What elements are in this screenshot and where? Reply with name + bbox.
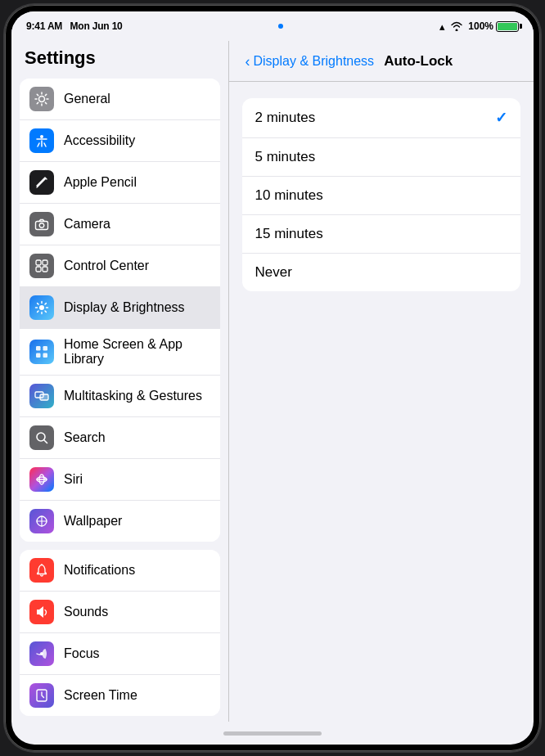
search-icon xyxy=(29,425,54,450)
apple-pencil-icon xyxy=(29,170,54,195)
display-brightness-label: Display & Brightness xyxy=(64,300,185,315)
svg-rect-14 xyxy=(40,394,48,400)
option-10min-label: 10 minutes xyxy=(255,187,323,204)
sounds-label: Sounds xyxy=(64,605,108,619)
svg-point-1 xyxy=(40,135,43,138)
screen-time-label: Screen Time xyxy=(64,688,137,703)
sidebar-item-control-center[interactable]: Control Center xyxy=(20,245,220,287)
battery-level: 100% xyxy=(468,20,493,32)
right-panel: ‹ Display & Brightness Auto-Lock 2 minut… xyxy=(229,41,534,722)
general-icon xyxy=(29,87,54,111)
camera-icon xyxy=(29,212,54,236)
home-indicator xyxy=(11,722,534,745)
home-screen-label: Home Screen & App Library xyxy=(64,337,210,367)
option-never[interactable]: Never xyxy=(242,254,521,291)
svg-point-8 xyxy=(39,305,44,310)
general-label: General xyxy=(64,92,110,106)
nav-title: Auto-Lock xyxy=(384,53,453,70)
home-screen-icon xyxy=(29,340,54,364)
sidebar-group-1: General Accessibility xyxy=(20,79,220,542)
status-time: 9:41 AM xyxy=(26,20,62,32)
option-15min[interactable]: 15 minutes xyxy=(242,215,521,254)
svg-rect-12 xyxy=(43,353,48,358)
svg-rect-6 xyxy=(36,267,41,272)
siri-label: Siri xyxy=(64,472,83,487)
sidebar-item-accessibility[interactable]: Accessibility xyxy=(20,120,220,162)
battery-indicator: 100% xyxy=(468,20,519,32)
status-right: ▴︎ 100% xyxy=(439,20,519,33)
option-2min-checkmark: ✓ xyxy=(495,109,507,127)
wallpaper-icon xyxy=(29,509,54,533)
sidebar-item-screen-time[interactable]: Screen Time xyxy=(20,675,220,716)
sidebar-item-wallpaper[interactable]: Wallpaper xyxy=(20,501,220,542)
svg-rect-11 xyxy=(36,353,41,358)
main-content: Settings General xyxy=(11,41,534,722)
sidebar-item-search[interactable]: Search xyxy=(20,417,220,459)
status-center-dot xyxy=(278,24,283,29)
siri-icon xyxy=(29,467,54,492)
sidebar-item-display-brightness[interactable]: Display & Brightness xyxy=(20,287,220,329)
svg-point-18 xyxy=(41,565,43,566)
battery-fill xyxy=(498,23,517,30)
back-button[interactable]: ‹ Display & Brightness xyxy=(245,54,375,69)
svg-point-3 xyxy=(39,223,44,228)
control-center-label: Control Center xyxy=(64,259,149,273)
wifi-icon-svg xyxy=(450,21,463,31)
svg-rect-4 xyxy=(36,260,41,265)
back-label: Display & Brightness xyxy=(254,54,375,69)
sidebar-item-multitasking[interactable]: Multitasking & Gestures xyxy=(20,376,220,417)
option-2min[interactable]: 2 minutes ✓ xyxy=(242,98,521,138)
notifications-icon xyxy=(29,558,54,583)
sidebar-item-notifications[interactable]: Notifications xyxy=(20,550,220,592)
ipad-screen: 9:41 AM Mon Jun 10 ▴︎ 100% xyxy=(11,11,534,745)
status-date: Mon Jun 10 xyxy=(70,20,123,32)
focus-icon xyxy=(29,641,54,666)
sidebar: Settings General xyxy=(11,41,228,722)
svg-rect-9 xyxy=(36,346,41,351)
home-bar xyxy=(223,731,322,736)
wallpaper-label: Wallpaper xyxy=(64,514,122,529)
auto-lock-options: 2 minutes ✓ 5 minutes 10 minutes 15 minu… xyxy=(242,98,521,291)
wifi-icon: ▴︎ xyxy=(439,20,445,33)
screen-time-icon xyxy=(29,683,54,708)
svg-rect-5 xyxy=(43,260,47,265)
apple-pencil-label: Apple Pencil xyxy=(64,175,137,190)
sidebar-item-focus[interactable]: Focus xyxy=(20,633,220,675)
multitasking-icon xyxy=(29,384,54,408)
camera-label: Camera xyxy=(64,217,110,232)
option-10min[interactable]: 10 minutes xyxy=(242,177,521,215)
control-center-icon xyxy=(29,254,54,278)
focus-label: Focus xyxy=(64,646,100,661)
svg-rect-7 xyxy=(43,267,47,272)
sidebar-group-2: Notifications Sounds xyxy=(20,550,220,716)
sidebar-item-siri[interactable]: Siri xyxy=(20,459,220,501)
sidebar-item-home-screen[interactable]: Home Screen & App Library xyxy=(20,329,220,376)
search-label: Search xyxy=(64,430,106,445)
sidebar-item-camera[interactable]: Camera xyxy=(20,204,220,245)
accessibility-icon xyxy=(29,128,54,153)
display-brightness-icon xyxy=(29,295,54,320)
option-15min-label: 15 minutes xyxy=(255,226,323,242)
notifications-label: Notifications xyxy=(64,563,135,578)
sidebar-item-general[interactable]: General xyxy=(20,79,220,120)
svg-point-0 xyxy=(39,97,45,102)
sidebar-item-sounds[interactable]: Sounds xyxy=(20,592,220,633)
svg-rect-2 xyxy=(36,222,48,230)
option-never-label: Never xyxy=(255,264,292,281)
svg-point-19 xyxy=(40,652,43,655)
svg-rect-10 xyxy=(43,346,48,351)
option-5min[interactable]: 5 minutes xyxy=(242,138,521,177)
ipad-frame: 9:41 AM Mon Jun 10 ▴︎ 100% xyxy=(5,5,540,751)
back-chevron-icon: ‹ xyxy=(245,54,250,69)
sidebar-title: Settings xyxy=(11,41,228,79)
accessibility-label: Accessibility xyxy=(64,133,135,148)
sidebar-item-apple-pencil[interactable]: Apple Pencil xyxy=(20,162,220,204)
option-2min-label: 2 minutes xyxy=(255,110,316,126)
status-time-date: 9:41 AM Mon Jun 10 xyxy=(26,20,123,32)
nav-bar: ‹ Display & Brightness Auto-Lock xyxy=(229,41,534,82)
sounds-icon xyxy=(29,600,54,624)
battery-icon xyxy=(496,21,519,32)
option-5min-label: 5 minutes xyxy=(255,149,316,165)
status-bar: 9:41 AM Mon Jun 10 ▴︎ 100% xyxy=(11,11,534,41)
multitasking-label: Multitasking & Gestures xyxy=(64,389,202,403)
